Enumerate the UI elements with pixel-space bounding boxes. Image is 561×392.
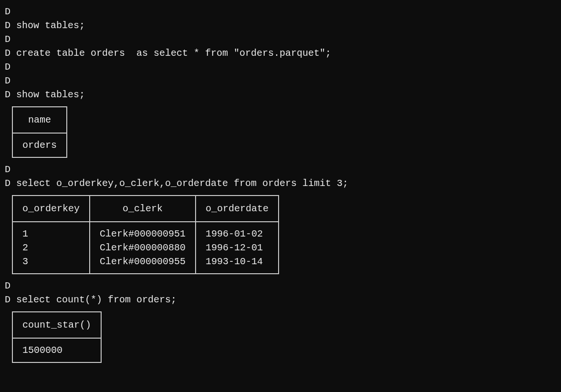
prompt-line: D show tables; — [5, 19, 556, 32]
prompt-line: D — [5, 74, 556, 88]
cell-orderkey: 3 — [12, 255, 90, 274]
table-row: 1 Clerk#000000951 1996-01-02 — [12, 222, 279, 241]
column-header-clerk: o_clerk — [90, 196, 196, 222]
column-header-name: name — [12, 107, 67, 133]
column-header-orderdate: o_orderdate — [196, 196, 279, 222]
cell-clerk: Clerk#000000955 — [90, 255, 196, 274]
column-header-countstar: count_star() — [12, 312, 101, 338]
table-row: 2 Clerk#000000880 1996-12-01 — [12, 241, 279, 255]
cell-clerk: Clerk#000000880 — [90, 241, 196, 255]
cell-orderkey: 1 — [12, 222, 90, 241]
table-row: orders — [12, 133, 67, 157]
cell-orderdate: 1996-12-01 — [196, 241, 279, 255]
table-row: 1500000 — [12, 338, 101, 362]
prompt-line: D show tables; — [5, 88, 556, 102]
prompt-line: D — [5, 5, 556, 19]
show-tables-result: name orders — [12, 106, 67, 158]
prompt-line: D — [5, 163, 556, 176]
column-header-orderkey: o_orderkey — [12, 196, 90, 222]
prompt-line: D select count(*) from orders; — [5, 293, 556, 307]
cell-orderdate: 1993-10-14 — [196, 255, 279, 274]
select-orders-result: o_orderkey o_clerk o_orderdate 1 Clerk#0… — [12, 195, 279, 274]
prompt-line: D — [5, 60, 556, 74]
table-row: 3 Clerk#000000955 1993-10-14 — [12, 255, 279, 274]
terminal-output[interactable]: DD show tables;DD create table orders as… — [5, 5, 556, 363]
count-result: count_star() 1500000 — [12, 311, 102, 363]
prompt-line: D — [5, 279, 556, 293]
prompt-line: D select o_orderkey,o_clerk,o_orderdate … — [5, 176, 556, 190]
cell-count: 1500000 — [12, 338, 101, 362]
cell-orders: orders — [12, 133, 67, 157]
cell-orderkey: 2 — [12, 241, 90, 255]
cell-orderdate: 1996-01-02 — [196, 222, 279, 241]
cell-clerk: Clerk#000000951 — [90, 222, 196, 241]
prompt-line: D create table orders as select * from "… — [5, 46, 556, 60]
prompt-line: D — [5, 32, 556, 46]
